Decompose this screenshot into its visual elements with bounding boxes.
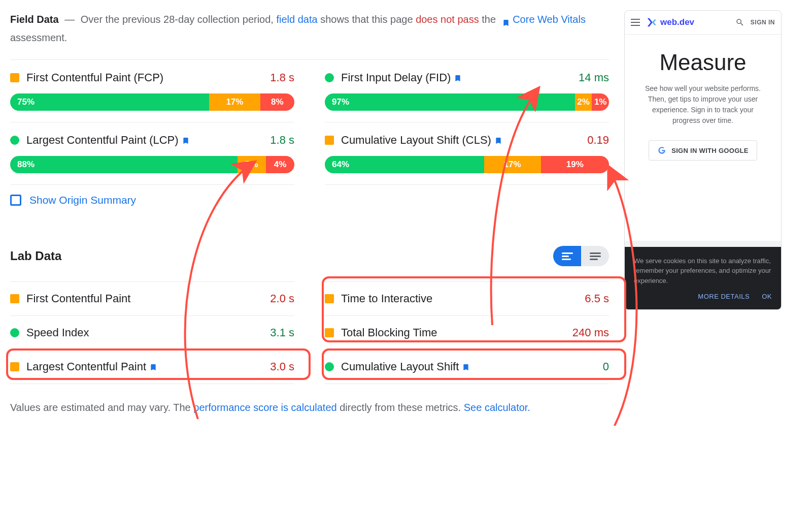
distribution-bar: 64%17%19% [325, 156, 609, 173]
perf-score-link[interactable]: performance score is calculated [193, 402, 336, 413]
status-indicator [10, 294, 19, 303]
dist-segment: 7% [238, 156, 266, 173]
measure-title: Measure [635, 50, 771, 75]
field-data-link[interactable]: field data [276, 14, 317, 25]
google-signin-button[interactable]: SIGN IN WITH GOOGLE [649, 140, 757, 161]
field-metrics-grid: First Contentful Paint (FCP) 1.8 s 75%17… [10, 59, 609, 185]
metric-value: 3.1 s [270, 326, 294, 339]
origin-checkbox[interactable] [10, 195, 21, 206]
distribution-bar: 88%7%4% [10, 156, 294, 173]
lab-metric: First Contentful Paint 2.0 s [10, 281, 294, 316]
webdev-preview: web.dev SIGN IN Measure See how well you… [624, 10, 782, 310]
metric-value: 14 ms [579, 71, 609, 84]
calculator-link[interactable]: See calculator. [464, 402, 530, 413]
metric-value: 1.8 s [270, 134, 294, 147]
lab-metric: Largest Contentful Paint 3.0 s [10, 350, 294, 384]
bookmark-icon [462, 362, 470, 372]
lab-metric: Speed Index 3.1 s [10, 316, 294, 350]
dist-segment: 2% [575, 93, 592, 111]
status-indicator [10, 136, 19, 145]
lab-metric: Cumulative Layout Shift 0 [325, 350, 609, 384]
metric-name: Cumulative Layout Shift (CLS) [341, 134, 580, 147]
measure-description: See how well your website performs. Then… [635, 83, 771, 126]
field-metric: Cumulative Layout Shift (CLS) 0.19 64%17… [325, 122, 609, 185]
metric-name: First Contentful Paint (FCP) [26, 71, 263, 84]
bookmark-icon [182, 136, 190, 146]
field-metric: Largest Contentful Paint (LCP) 1.8 s 88%… [10, 122, 294, 185]
status-indicator [325, 136, 334, 145]
lab-metrics-grid: First Contentful Paint 2.0 s Time to Int… [10, 281, 609, 384]
menu-icon[interactable] [631, 19, 640, 26]
metric-name: Largest Contentful Paint (LCP) [26, 134, 263, 147]
status-indicator [10, 362, 19, 371]
field-data-title: Field Data [10, 14, 59, 25]
bookmark-icon [502, 15, 510, 25]
show-origin-summary[interactable]: Show Origin Summary [10, 185, 609, 215]
dist-segment: 64% [325, 156, 484, 173]
dist-segment: 4% [266, 156, 294, 173]
bookmark-icon [494, 136, 502, 146]
metric-value: 0.19 [587, 134, 609, 147]
dist-segment: 1% [592, 93, 609, 111]
metric-name: First Contentful Paint [26, 292, 263, 305]
status-indicator [10, 328, 19, 337]
metric-name: First Input Delay (FID) [341, 71, 571, 84]
status-indicator [10, 73, 19, 82]
status-indicator [325, 73, 334, 82]
footer-note: Values are estimated and may vary. The p… [10, 399, 609, 416]
dist-segment: 97% [325, 93, 575, 111]
status-indicator [325, 294, 334, 303]
metric-name: Largest Contentful Paint [26, 360, 263, 373]
lab-data-title: Lab Data [10, 249, 61, 263]
view-toggle [553, 246, 609, 266]
metric-value: 1.8 s [270, 71, 294, 84]
bookmark-icon [149, 362, 157, 372]
cookie-notice: We serve cookies on this site to analyze… [634, 256, 772, 286]
status-indicator [325, 362, 334, 371]
metric-name: Speed Index [26, 326, 263, 339]
dist-segment: 75% [10, 93, 209, 111]
metric-value: 240 ms [572, 326, 609, 339]
lab-metric: Time to Interactive 6.5 s [325, 281, 609, 316]
sign-in-link[interactable]: SIGN IN [751, 19, 775, 26]
core-web-vitals-link[interactable]: Core Web Vitals [513, 14, 586, 25]
webdev-logo[interactable]: web.dev [646, 17, 729, 28]
metric-value: 6.5 s [585, 292, 609, 305]
view-toggle-compact[interactable] [581, 246, 609, 266]
field-data-header: Field Data — Over the previous 28-day co… [10, 10, 609, 47]
dist-segment: 8% [260, 93, 294, 111]
distribution-bar: 75%17%8% [10, 93, 294, 111]
google-icon [657, 146, 666, 155]
metric-value: 0 [603, 360, 609, 373]
dist-segment: 17% [209, 93, 260, 111]
cookie-ok-button[interactable]: OK [762, 293, 772, 300]
webdev-logo-icon [646, 17, 657, 28]
bookmark-icon [454, 73, 462, 83]
more-details-link[interactable]: MORE DETAILS [698, 293, 750, 300]
status-indicator [325, 328, 334, 337]
view-toggle-detailed[interactable] [553, 246, 581, 266]
dist-segment: 17% [484, 156, 541, 173]
search-icon[interactable] [735, 18, 745, 27]
metric-name: Cumulative Layout Shift [341, 360, 596, 373]
metric-name: Time to Interactive [341, 292, 578, 305]
metric-name: Total Blocking Time [341, 326, 565, 339]
field-metric: First Input Delay (FID) 14 ms 97%2%1% [325, 60, 609, 122]
metric-value: 3.0 s [270, 360, 294, 373]
dist-segment: 88% [10, 156, 238, 173]
lab-metric: Total Blocking Time 240 ms [325, 316, 609, 350]
metric-value: 2.0 s [270, 292, 294, 305]
distribution-bar: 97%2%1% [325, 93, 609, 111]
field-metric: First Contentful Paint (FCP) 1.8 s 75%17… [10, 60, 294, 122]
assessment-status: does not pass [416, 14, 479, 25]
dist-segment: 19% [541, 156, 609, 173]
